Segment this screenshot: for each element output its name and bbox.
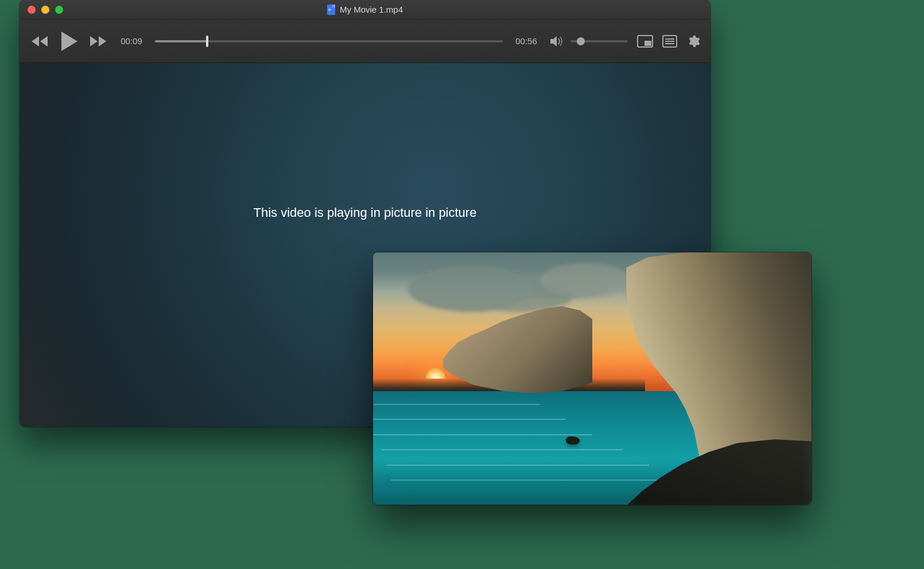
window-title-group: My Movie 1.mp4 (20, 5, 711, 15)
speaker-icon (550, 35, 565, 48)
seek-track[interactable] (155, 40, 503, 42)
elapsed-time: 00:09 (117, 36, 146, 46)
playlist-icon (662, 35, 677, 48)
seek-thumb[interactable] (206, 36, 208, 47)
right-controls (550, 34, 700, 48)
svg-rect-1 (645, 41, 651, 46)
video-file-icon (327, 5, 335, 15)
volume-button[interactable] (550, 35, 565, 48)
volume-slider[interactable] (570, 40, 628, 42)
titlebar[interactable]: My Movie 1.mp4 (20, 0, 711, 20)
window-title: My Movie 1.mp4 (340, 5, 403, 14)
volume-thumb[interactable] (577, 37, 585, 45)
window-controls (20, 6, 63, 14)
rewind-icon (30, 34, 49, 48)
fast-forward-button[interactable] (88, 34, 108, 48)
play-button[interactable] (57, 30, 80, 52)
pip-status-message: This video is playing in picture in pict… (254, 205, 477, 220)
transport-controls (30, 30, 108, 52)
seek-fill (155, 40, 207, 42)
gear-icon (686, 34, 700, 48)
seek-bar[interactable] (155, 40, 503, 42)
total-time: 00:56 (512, 36, 541, 46)
play-icon (59, 30, 79, 52)
volume-control (550, 35, 628, 48)
settings-button[interactable] (686, 34, 700, 48)
rewind-button[interactable] (30, 34, 49, 48)
close-window-button[interactable] (28, 6, 36, 14)
pip-floating-window[interactable] (373, 252, 812, 505)
fast-forward-icon (88, 34, 108, 48)
minimize-window-button[interactable] (41, 6, 49, 14)
picture-in-picture-icon (637, 35, 653, 48)
pip-video-content (373, 252, 812, 505)
maximize-window-button[interactable] (55, 6, 63, 14)
playback-controls-bar: 00:09 00:56 (20, 20, 711, 63)
playlist-button[interactable] (662, 35, 677, 48)
picture-in-picture-button[interactable] (637, 35, 653, 48)
